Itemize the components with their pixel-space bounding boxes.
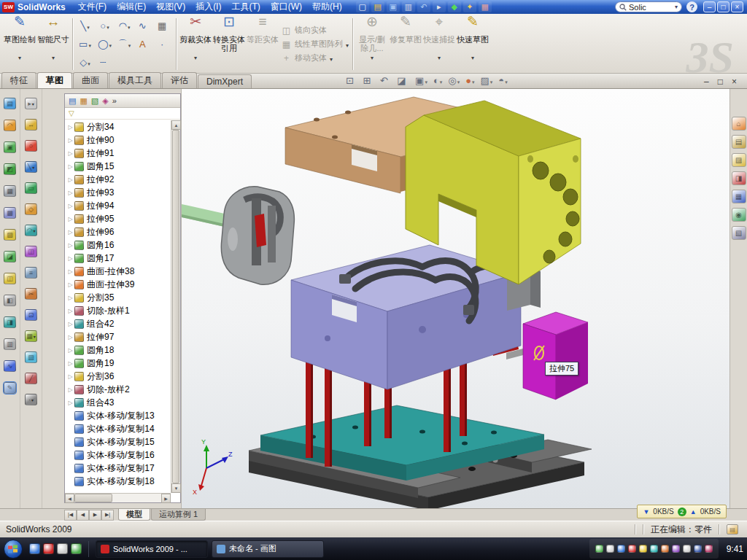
doc-close-button[interactable]: × (732, 78, 737, 85)
pattern-tool-icon[interactable]: ▦ (154, 17, 174, 35)
close-button[interactable]: × (731, 1, 743, 12)
tab-mold-tools[interactable]: 模具工具 (109, 72, 161, 88)
tree-item-extrude94[interactable]: ▷ 拉伸94 (65, 199, 171, 212)
tree-item-extrude91[interactable]: ▷ 拉伸91 (65, 147, 171, 160)
expand-arrow-icon[interactable]: ▷ (66, 347, 74, 354)
media-quicklaunch-icon[interactable] (71, 543, 82, 554)
tree-item-extrude95[interactable]: ▷ 拉伸95 (65, 212, 171, 225)
scroll-down-icon[interactable]: ▼ (171, 483, 181, 493)
tree-item-fillet17[interactable]: ▷ 圆角17 (65, 252, 171, 265)
tree-item-surface-extrude38[interactable]: ▷ 曲面-拉伸38 (65, 265, 171, 278)
configurationmanager-tab-icon[interactable]: ▧ (91, 96, 98, 106)
scroll-right-icon[interactable]: ▶ (161, 494, 171, 503)
tab-dimxpert[interactable]: DimXpert (198, 74, 252, 88)
go-to-end-button[interactable]: ▶| (101, 510, 114, 521)
appearances-scenes-icon[interactable]: ◉ (732, 208, 746, 222)
scroll-left-icon[interactable]: ◀ (65, 494, 74, 503)
design-library-icon[interactable]: ▤ (732, 135, 746, 149)
tree-item-split34[interactable]: ▷ 分割34 (65, 120, 171, 133)
tree-item-move-copy15[interactable]: 实体-移动/复制15 (65, 435, 171, 448)
centerline-tool-icon[interactable]: ┄ (95, 53, 115, 71)
display-style-icon[interactable]: ◐ (433, 75, 442, 86)
dimension-icon[interactable]: ↔ (25, 119, 37, 131)
sketch-button[interactable]: ✎ 草图绘制 (3, 16, 36, 72)
tree-horizontal-scrollbar[interactable]: ◀ ▶ (65, 493, 171, 502)
notification-badge[interactable]: 2 (678, 508, 686, 516)
view-settings-icon[interactable]: ◓ (498, 75, 507, 86)
apply-scene-icon[interactable]: ▨ (481, 75, 493, 86)
tree-item-extrude96[interactable]: ▷ 拉伸96 (65, 225, 171, 238)
search-box[interactable]: Solic ▾ (615, 1, 682, 12)
expand-arrow-icon[interactable]: ▷ (66, 216, 74, 222)
undo-icon[interactable]: ↶ (417, 1, 430, 12)
tray-icon-8[interactable] (672, 545, 680, 553)
quick-snaps-button[interactable]: ⌖ 快速捕捉 (422, 16, 456, 72)
step-forward-button[interactable]: ▶ (89, 510, 101, 521)
rib-feature-icon[interactable]: ◧ (4, 295, 16, 306)
task-solidworks[interactable]: SolidWorks 2009 - ... (96, 540, 208, 558)
tree-item-combine43[interactable]: ▷ 组合43 (65, 396, 171, 409)
tree-item-cut-loft2[interactable]: ▷ 切除-放样2 (65, 383, 171, 396)
arc-feature-icon[interactable]: ◠ (4, 120, 16, 131)
arc-tool-icon[interactable]: ◠ (115, 17, 134, 35)
tree-item-move-copy16[interactable]: 实体-移动/复制16 (65, 448, 171, 462)
dimxpertmanager-tab-icon[interactable]: ◈ (102, 96, 108, 106)
model-viewport-canvas[interactable]: Y Z X (182, 89, 730, 508)
toolbox-icon[interactable]: ▦ (479, 1, 492, 12)
select-arrow-icon[interactable]: ▸ (25, 98, 37, 109)
tray-icon-5[interactable] (639, 545, 647, 553)
tree-item-extrude97[interactable]: ▷ 拉伸97 (65, 330, 171, 343)
doc-restore-button[interactable]: □ (718, 78, 723, 85)
point-tool-icon[interactable]: · (154, 35, 174, 53)
convert-entities-button[interactable]: ⊡ 转换实体引用 (212, 16, 246, 72)
tray-icon-1[interactable] (595, 545, 603, 553)
text-tool-icon[interactable]: A (134, 35, 154, 53)
extrude-cut-icon[interactable]: ▨ (4, 229, 16, 241)
expand-arrow-icon[interactable]: ▷ (66, 255, 74, 262)
view-palette-icon[interactable]: ▦ (732, 190, 746, 203)
extrude-boss-icon[interactable]: ▣ (4, 141, 16, 153)
view-orientation-icon[interactable]: ▣ (415, 75, 427, 86)
fillet-sketch-icon[interactable]: ◠ (25, 225, 37, 236)
tree-item-extrude93[interactable]: ▷ 拉伸93 (65, 186, 171, 199)
chevron-down-icon[interactable]: ▾ (675, 4, 678, 10)
solidworks-quicklaunch-icon[interactable] (43, 543, 54, 554)
browser-quicklaunch-icon[interactable] (29, 543, 40, 554)
doc-minimize-button[interactable]: – (704, 78, 709, 85)
polygon-sketch-icon[interactable]: ◇ (25, 203, 37, 215)
tray-icon-3[interactable] (617, 545, 625, 553)
filter-funnel-icon[interactable]: ▽ (69, 109, 74, 117)
expand-arrow-icon[interactable]: ▷ (66, 190, 74, 196)
tree-item-surface-extrude39[interactable]: ▷ 曲面-拉伸39 (65, 278, 171, 291)
rectangle-sketch-icon[interactable]: ▭ (25, 182, 37, 194)
tree-item-fillet19[interactable]: ▷ 圆角19 (65, 357, 171, 370)
rapid-sketch-button[interactable]: ✎ 快速草图 (456, 16, 489, 72)
section-view-icon[interactable]: ◪ (397, 75, 409, 86)
custom-properties-icon[interactable]: ▧ (732, 226, 746, 240)
point-sketch-icon[interactable]: · (25, 394, 37, 405)
edit-appearance-icon[interactable]: ● (465, 75, 474, 86)
trim-sketch-icon[interactable]: ✂ (25, 288, 37, 300)
tab-features[interactable]: 特征 (1, 72, 36, 88)
cavity-insert[interactable] (221, 187, 294, 284)
draft-feature-icon[interactable]: ▥ (4, 338, 16, 350)
offset-sketch-icon[interactable]: ≡ (25, 267, 37, 279)
tree-item-fillet18[interactable]: ▷ 圆角18 (65, 343, 171, 357)
mirror-entities-button[interactable]: ◫ 镜向实体 (281, 25, 349, 36)
model-viewport[interactable]: Y Z X 拉伸75 (181, 89, 729, 508)
tab-sketch[interactable]: 草图 (37, 72, 72, 88)
line-sketch-icon[interactable]: ╲ (25, 161, 37, 173)
featuremanager-tab-icon[interactable]: ▤ (69, 96, 76, 106)
polygon-tool-icon[interactable]: ◇ (75, 53, 95, 71)
mirror-sketch-icon[interactable]: ◫ (25, 246, 37, 257)
step-back-button[interactable]: ◀ (77, 510, 89, 521)
menu-item[interactable]: 帮助(H) (307, 0, 347, 14)
ellipse-tool-icon[interactable]: ◯ (95, 35, 115, 53)
options-icon[interactable]: ✦ (463, 1, 476, 12)
solidworks-resources-icon[interactable]: ⌂ (732, 117, 746, 131)
convert-entities-icon[interactable]: ⊡ (25, 309, 37, 321)
menu-item[interactable]: 插入(I) (190, 0, 226, 14)
expand-arrow-icon[interactable]: ▷ (66, 360, 74, 367)
scrollbar-thumb[interactable] (74, 494, 112, 502)
expand-arrow-icon[interactable]: ▷ (66, 203, 74, 209)
